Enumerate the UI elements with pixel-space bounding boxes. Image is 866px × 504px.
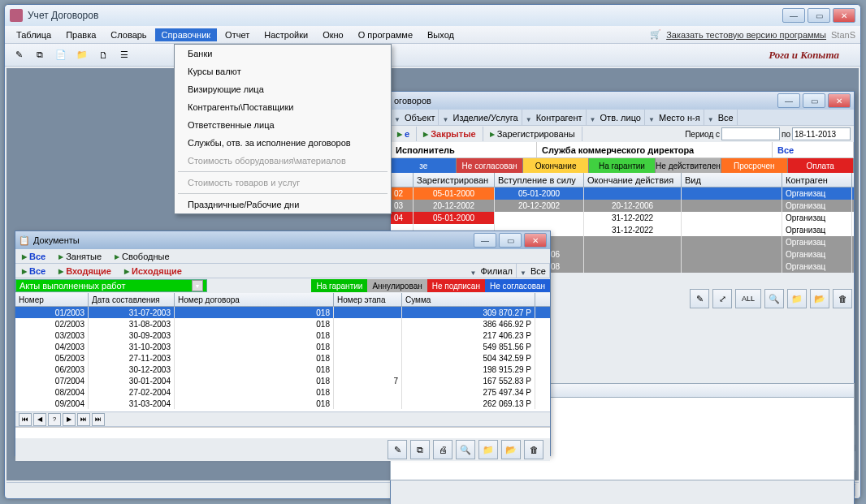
dropdown-item[interactable]: Праздничные/Рабочие дни	[175, 196, 391, 213]
contracts-min-button[interactable]: —	[777, 93, 800, 108]
menu-table[interactable]: Таблица	[10, 28, 58, 41]
dt-folder-icon[interactable]: 📁	[478, 440, 498, 459]
filter-object[interactable]: Объект	[391, 110, 439, 125]
dropdown-item[interactable]: Службы, отв. за исполнение договоров	[175, 134, 391, 152]
docs-branch-filter[interactable]: Филиал	[466, 264, 517, 278]
filter-responsible[interactable]: Отв. лицо	[587, 110, 645, 125]
nav-last2-button[interactable]: ⏭	[92, 413, 105, 426]
docs-tab-busy[interactable]: ▶Занятые	[52, 249, 108, 264]
tool-folder-icon[interactable]: 📁	[73, 46, 91, 64]
dt-copy-icon[interactable]: ⧉	[410, 440, 430, 459]
table-row[interactable]: 0405-01-200031-12-2022Организац	[391, 212, 854, 224]
docs-all-filter[interactable]: Все	[517, 264, 550, 278]
filter-product[interactable]: Изделие/Услуга	[439, 110, 522, 125]
ct-trash-icon[interactable]: 🗑	[833, 289, 852, 308]
docs-grid-body[interactable]: 01/200331-07-2003018309 870.27 Р02/20033…	[15, 307, 550, 412]
tool-new-icon[interactable]: 🗋	[94, 46, 112, 64]
date-from-input[interactable]	[721, 127, 780, 140]
tool-wand-icon[interactable]: ✎	[10, 46, 28, 64]
dt-print-icon[interactable]: 🖨	[433, 440, 452, 459]
table-row[interactable]: 05/200327-11-2003018504 342.59 Р	[15, 352, 550, 364]
menu-exit[interactable]: Выход	[421, 28, 461, 41]
table-row[interactable]: 02/200331-08-2003018386 466.92 Р	[15, 318, 550, 330]
nav-next-button[interactable]: ▶	[63, 413, 76, 426]
docs-tab2-out[interactable]: ▶Исходящие	[118, 264, 188, 278]
table-row[interactable]: 03/200330-09-2003018217 406.23 Р	[15, 330, 550, 341]
nav-prev-button[interactable]: ◀	[33, 413, 46, 426]
dropdown-item[interactable]: Курсы валют	[175, 62, 391, 80]
dt-trash-icon[interactable]: 🗑	[524, 440, 543, 459]
column-header[interactable]: Вид	[682, 173, 782, 187]
column-header[interactable]: Номер договора	[175, 293, 334, 306]
table-row[interactable]: 08/200427-02-2004018275 497.34 Р	[15, 386, 550, 398]
tab-e[interactable]: ▶е	[391, 127, 417, 141]
dt-edit-icon[interactable]: ✎	[388, 440, 407, 459]
tab-registered[interactable]: ▶Зарегистрированы	[483, 127, 582, 141]
menu-about[interactable]: О программе	[352, 28, 419, 41]
menu-reference[interactable]: Справочник	[155, 28, 218, 41]
column-header[interactable]: Сумма	[402, 293, 535, 306]
ct-search-icon[interactable]: 🔍	[764, 289, 784, 308]
docs-max-button[interactable]: ▭	[499, 233, 522, 248]
table-row[interactable]: 01/200331-07-2003018309 870.27 Р	[15, 307, 550, 318]
column-header[interactable]: Окончание действия	[584, 173, 682, 187]
contracts-max-button[interactable]: ▭	[803, 93, 825, 108]
order-link[interactable]: Заказать тестовую версию программы	[666, 30, 826, 40]
contracts-close-button[interactable]: ✕	[828, 93, 851, 108]
column-header[interactable]: Вступление в силу	[495, 173, 584, 187]
legend-item: зе	[391, 158, 457, 173]
column-header[interactable]: Контраген	[782, 173, 852, 187]
docs-close-button[interactable]: ✕	[524, 233, 547, 248]
table-row[interactable]: 07/200430-01-20040187167 552.83 Р	[15, 375, 550, 386]
doc-type-select[interactable]: Акты выполненных работ ▼	[15, 279, 207, 292]
table-row[interactable]: 0205-01-200005-01-2000Организац	[391, 187, 854, 200]
filter-all[interactable]: Все	[704, 110, 738, 125]
maximize-button[interactable]: ▭	[808, 8, 830, 23]
docs-tab2-all[interactable]: ▶Все	[15, 264, 52, 278]
menu-edit[interactable]: Правка	[59, 28, 102, 41]
docs-titlebar: 📋 Документы — ▭ ✕	[15, 231, 550, 249]
column-header[interactable]: Зарегистрирован	[414, 173, 495, 187]
ct-edit-icon[interactable]: ✎	[690, 289, 709, 308]
docs-tab2-in[interactable]: ▶Входящие	[52, 264, 118, 278]
table-row[interactable]: 06/200330-12-2003018198 915.29 Р	[15, 364, 550, 375]
tool-doc-icon[interactable]: 📄	[52, 46, 70, 64]
tool-copy-icon[interactable]: ⧉	[31, 46, 49, 64]
tab-closed[interactable]: ▶Закрытые	[417, 127, 483, 141]
column-header[interactable]: Номер	[15, 293, 89, 306]
date-range: Период с по	[682, 127, 854, 140]
nav-info-button[interactable]: ?	[48, 413, 61, 426]
table-row[interactable]: 04/200331-10-2003018549 851.56 Р	[15, 341, 550, 352]
column-header[interactable]: Дата составления	[89, 293, 175, 306]
dropdown-item[interactable]: Ответственные лица	[175, 116, 391, 134]
table-row[interactable]: 0320-12-200220-12-200220-12-2006Организа…	[391, 200, 854, 212]
ct-folder2-icon[interactable]: 📂	[810, 289, 829, 308]
date-to-input[interactable]	[792, 127, 851, 140]
ct-folder-icon[interactable]: 📁	[787, 289, 807, 308]
dropdown-item[interactable]: Контрагенты\Поставщики	[175, 98, 391, 116]
menu-window[interactable]: Окно	[316, 28, 350, 41]
table-row[interactable]: 09/200431-03-2004018262 069.13 Р	[15, 398, 550, 409]
dt-folder2-icon[interactable]: 📂	[501, 440, 521, 459]
nav-first-button[interactable]: ⏮	[19, 413, 32, 426]
tool-list-icon[interactable]: ☰	[115, 46, 133, 64]
menu-dictionary[interactable]: Словарь	[104, 28, 153, 41]
dropdown-item[interactable]: Визирующие лица	[175, 80, 391, 98]
menu-report[interactable]: Отчет	[219, 28, 256, 41]
filter-location[interactable]: Место н-я	[645, 110, 704, 125]
menu-settings[interactable]: Настройки	[258, 28, 314, 41]
docs-tab-all[interactable]: ▶Все	[15, 249, 52, 264]
docs-tab-free[interactable]: ▶Свободные	[108, 249, 175, 264]
minimize-button[interactable]: —	[782, 8, 805, 23]
ct-all-button[interactable]: ALL	[735, 289, 761, 308]
dt-search-icon[interactable]: 🔍	[456, 440, 475, 459]
contracts-titlebar: оговоров — ▭ ✕	[391, 92, 854, 110]
column-header[interactable]: Номер этапа	[334, 293, 402, 306]
column-header[interactable]	[391, 173, 414, 187]
docs-min-button[interactable]: —	[474, 233, 496, 248]
filter-counterparty[interactable]: Контрагент	[522, 110, 587, 125]
ct-select-icon[interactable]: ⤢	[712, 289, 732, 308]
close-button[interactable]: ✕	[833, 8, 855, 23]
nav-last-button[interactable]: ⏭	[77, 413, 90, 426]
dropdown-item[interactable]: Банки	[175, 45, 391, 62]
